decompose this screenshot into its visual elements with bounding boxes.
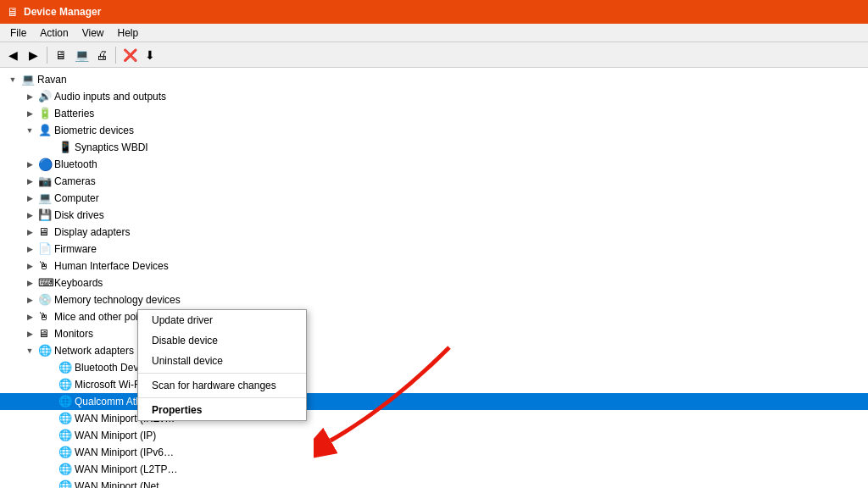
menu-file[interactable]: File xyxy=(3,25,33,41)
ctx-properties[interactable]: Properties xyxy=(138,400,306,420)
node-audio[interactable]: ▶ 🔊 Audio inputs and outputs xyxy=(0,88,868,105)
disk-icon: 💾 xyxy=(38,208,52,222)
root-expander[interactable]: ▼ xyxy=(7,74,19,86)
node-wan-net[interactable]: ▶ 🌐 WAN Miniport (Net… xyxy=(0,478,868,488)
menu-action[interactable]: Action xyxy=(33,25,75,41)
node-synaptics[interactable]: ▶ 📱 Synaptics WBDI xyxy=(0,139,868,156)
network-icon: 🌐 xyxy=(38,344,52,358)
disk-expander[interactable]: ▶ xyxy=(24,209,36,221)
menu-view[interactable]: View xyxy=(75,25,111,41)
ctx-sep1 xyxy=(138,373,306,374)
firmware-label: Firmware xyxy=(54,243,97,255)
tree-root[interactable]: ▼ 💻 Ravan xyxy=(0,71,868,88)
network-expander[interactable]: ▼ xyxy=(24,345,36,357)
display-label: Display adapters xyxy=(54,226,130,238)
device-tree[interactable]: ▼ 💻 Ravan ▶ 🔊 Audio inputs and outputs ▶… xyxy=(0,68,868,488)
batteries-icon: 🔋 xyxy=(38,107,52,120)
bluetooth-expander[interactable]: ▶ xyxy=(24,158,36,170)
node-batteries[interactable]: ▶ 🔋 Batteries xyxy=(0,105,868,122)
root-icon: 💻 xyxy=(21,73,35,86)
batteries-expander[interactable]: ▶ xyxy=(24,108,36,119)
qualcomm-expander: ▶ xyxy=(44,396,56,408)
wan-ipv6-icon: 🌐 xyxy=(58,446,72,459)
bt-pan-icon: 🌐 xyxy=(58,361,72,374)
cameras-icon: 📷 xyxy=(38,175,52,188)
node-biometric[interactable]: ▼ 👤 Biometric devices xyxy=(0,122,868,139)
toolbar-sep1 xyxy=(47,47,47,64)
keyboards-expander[interactable]: ▶ xyxy=(24,277,36,289)
memory-icon: 💿 xyxy=(38,293,52,307)
computer-expander[interactable]: ▶ xyxy=(24,192,36,204)
monitors-label: Monitors xyxy=(54,328,93,340)
toolbar-add[interactable]: ⬇ xyxy=(141,46,159,64)
node-wan-l2tp[interactable]: ▶ 🌐 WAN Miniport (L2TP… xyxy=(0,461,868,478)
title-bar: 🖥 Device Manager xyxy=(0,0,868,24)
toolbar-back[interactable]: ◀ xyxy=(3,46,22,64)
node-qualcomm[interactable]: ▶ 🌐 Qualcomm Atheros xyxy=(0,393,868,410)
ctx-scan-hardware[interactable]: Scan for hardware changes xyxy=(138,375,306,396)
wan-ip-label: WAN Miniport (IP) xyxy=(75,430,156,441)
toolbar-properties[interactable]: 🖥 xyxy=(52,46,70,64)
toolbar-forward[interactable]: ▶ xyxy=(24,46,42,64)
hid-label: Human Interface Devices xyxy=(54,260,169,272)
node-wan-ip[interactable]: ▶ 🌐 WAN Miniport (IP) xyxy=(0,427,868,444)
node-computer[interactable]: ▶ 💻 Computer xyxy=(0,190,868,207)
node-bt-pan[interactable]: ▶ 🌐 Bluetooth Device (Personal Area Netw… xyxy=(0,359,868,376)
menu-help[interactable]: Help xyxy=(111,25,146,41)
toolbar-scan[interactable]: 🖨 xyxy=(92,46,111,64)
mice-expander[interactable]: ▶ xyxy=(24,311,36,323)
node-ms-wifi[interactable]: ▶ 🌐 Microsoft Wi-Fi Direct Virtual Adapt… xyxy=(0,376,868,393)
keyboards-label: Keyboards xyxy=(54,277,103,289)
biometric-label: Biometric devices xyxy=(54,125,134,136)
node-cameras[interactable]: ▶ 📷 Cameras xyxy=(0,173,868,190)
toolbar-update[interactable]: 💻 xyxy=(72,46,91,64)
node-monitors[interactable]: ▶ 🖥 Monitors xyxy=(0,325,868,342)
wan-ip-icon: 🌐 xyxy=(58,429,72,442)
node-mice[interactable]: ▶ 🖱 Mice and other pointing devices xyxy=(0,308,868,325)
batteries-label: Batteries xyxy=(54,108,94,119)
ms-wifi-expander: ▶ xyxy=(44,379,56,391)
firmware-expander[interactable]: ▶ xyxy=(24,243,36,255)
ms-wifi-icon: 🌐 xyxy=(58,378,72,391)
audio-expander[interactable]: ▶ xyxy=(24,91,36,103)
monitors-expander[interactable]: ▶ xyxy=(24,328,36,340)
toolbar-remove[interactable]: ❌ xyxy=(120,46,139,64)
biometric-expander[interactable]: ▼ xyxy=(24,125,36,136)
keyboards-icon: ⌨ xyxy=(38,276,52,290)
disk-label: Disk drives xyxy=(54,209,104,221)
node-display[interactable]: ▶ 🖥 Display adapters xyxy=(0,224,868,241)
node-hid[interactable]: ▶ 🖱 Human Interface Devices xyxy=(0,258,868,274)
bluetooth-icon: 🔵 xyxy=(38,158,52,171)
wan-net-label: WAN Miniport (Net… xyxy=(75,480,170,488)
firmware-icon: 📄 xyxy=(38,242,52,256)
bluetooth-label: Bluetooth xyxy=(54,158,97,170)
wan-ipv6-label: WAN Miniport (IPv6… xyxy=(75,446,174,458)
memory-label: Memory technology devices xyxy=(54,294,181,306)
node-firmware[interactable]: ▶ 📄 Firmware xyxy=(0,241,868,258)
ctx-disable-device[interactable]: Disable device xyxy=(138,330,306,351)
node-disk[interactable]: ▶ 💾 Disk drives xyxy=(0,207,868,224)
node-wan-ipv6[interactable]: ▶ 🌐 WAN Miniport (IPv6… xyxy=(0,444,868,461)
ctx-uninstall-device[interactable]: Uninstall device xyxy=(138,351,306,371)
memory-expander[interactable]: ▶ xyxy=(24,294,36,306)
node-network[interactable]: ▼ 🌐 Network adapters xyxy=(0,342,868,359)
node-memory[interactable]: ▶ 💿 Memory technology devices xyxy=(0,291,868,308)
cameras-expander[interactable]: ▶ xyxy=(24,175,36,187)
app-icon: 🖥 xyxy=(7,5,19,19)
synaptics-label: Synaptics WBDI xyxy=(75,141,148,153)
hid-expander[interactable]: ▶ xyxy=(24,260,36,272)
network-label: Network adapters xyxy=(54,345,134,357)
audio-icon: 🔊 xyxy=(38,90,52,103)
wan-net-icon: 🌐 xyxy=(58,480,72,488)
monitors-icon: 🖥 xyxy=(38,327,52,341)
ctx-update-driver[interactable]: Update driver xyxy=(138,310,306,330)
bt-pan-expander: ▶ xyxy=(44,362,56,374)
biometric-icon: 👤 xyxy=(38,124,52,137)
app-title: Device Manager xyxy=(24,6,101,18)
cameras-label: Cameras xyxy=(54,175,96,187)
display-expander[interactable]: ▶ xyxy=(24,226,36,238)
root-label: Ravan xyxy=(37,74,67,86)
node-wan-ikev[interactable]: ▶ 🌐 WAN Miniport (IKEv… xyxy=(0,410,868,427)
node-keyboards[interactable]: ▶ ⌨ Keyboards xyxy=(0,274,868,291)
node-bluetooth[interactable]: ▶ 🔵 Bluetooth xyxy=(0,156,868,173)
